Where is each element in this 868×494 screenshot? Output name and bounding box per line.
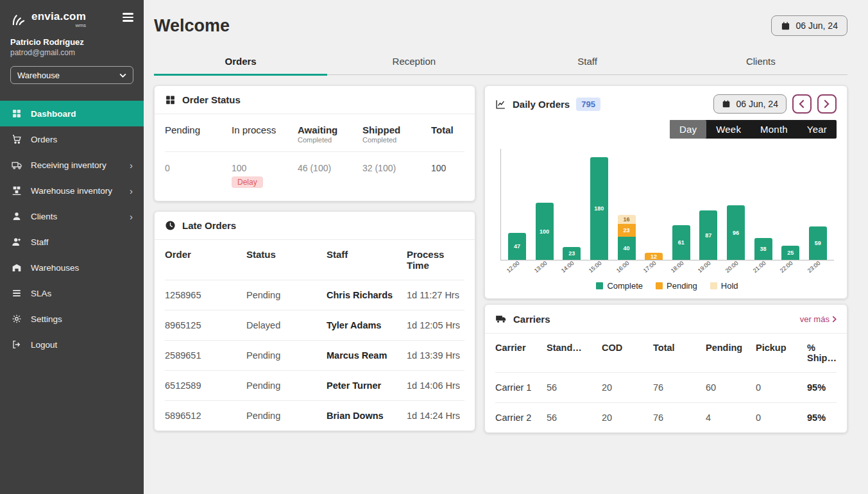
sidebar-item-dashboard[interactable]: Dashboard (0, 101, 144, 126)
chart-prev-button[interactable] (792, 94, 812, 114)
brand-name: envia.com (31, 10, 86, 23)
bar-complete[interactable]: 38 (754, 238, 772, 260)
boxes-icon (165, 94, 176, 105)
process-time: 1d 11:27 Hrs (407, 280, 464, 310)
carrier-ship-pct: 95% (807, 402, 837, 432)
main-tabs: Orders Reception Staff Clients (154, 50, 847, 75)
chevron-right-icon: › (130, 211, 133, 222)
cart-icon (11, 134, 22, 144)
chart-date-picker-button[interactable]: 06 Jun, 24 (713, 94, 787, 114)
pallet-icon (11, 185, 22, 196)
sidebar-item-clients[interactable]: Clients › (0, 203, 144, 229)
legend-item-pending: Pending (656, 281, 697, 291)
bar-complete[interactable]: 96 (727, 205, 745, 260)
chevron-right-icon (832, 316, 837, 323)
col-shipped: Shipped Completed (362, 118, 431, 152)
tab-staff[interactable]: Staff (500, 50, 674, 74)
carrier-cod: 20 (602, 402, 653, 432)
user-email: patrod@gmail.com (10, 48, 133, 57)
tab-orders[interactable]: Orders (154, 50, 327, 74)
staff-name: Marcus Ream (327, 340, 407, 370)
sidebar-item-receiving-inventory[interactable]: Receiving inventory › (0, 152, 144, 178)
bar-complete[interactable]: 59 (809, 226, 827, 260)
process-time: 1d 14:24 Hrs (407, 400, 464, 430)
chart-icon (495, 99, 506, 110)
header-date-picker-button[interactable]: 06 Jun, 24 (771, 15, 847, 36)
chart-next-button[interactable] (817, 94, 837, 114)
order-status-in-process-value: 100 (232, 163, 298, 173)
col-awaiting: Awaiting Completed (298, 118, 362, 152)
sidebar-item-warehouse-inventory[interactable]: Warehouse inventory › (0, 178, 144, 203)
bar-group-20:00: 9620:00 (726, 205, 745, 260)
order-number: 6512589 (165, 370, 246, 400)
warehouse-select[interactable]: Warehouse (10, 66, 133, 84)
late-orders-title: Late Orders (182, 220, 236, 231)
sidebar-item-logout[interactable]: Logout (0, 332, 144, 357)
legend-swatch (656, 282, 663, 289)
sidebar-item-warehouses[interactable]: Warehouses (0, 255, 144, 280)
bar-pending[interactable]: 23 (618, 224, 636, 237)
tab-reception[interactable]: Reception (327, 50, 500, 74)
bar-complete[interactable]: 47 (508, 233, 526, 260)
list-icon (11, 288, 22, 298)
late-orders-col-staff: Staff (327, 240, 407, 280)
sidebar-item-label: Staff (31, 237, 49, 247)
carriers-title: Carriers (513, 314, 550, 325)
sidebar-item-orders[interactable]: Orders (0, 126, 144, 152)
bar-pending[interactable]: 12 (645, 253, 663, 260)
col-awaiting-sub: Completed (298, 136, 362, 144)
bar-complete[interactable]: 87 (699, 210, 717, 260)
bar-group-19:00: 8719:00 (699, 210, 718, 260)
chart-date-value: 06 Jun, 24 (736, 99, 778, 109)
clock-icon (165, 220, 176, 231)
range-tab-year[interactable]: Year (797, 120, 837, 139)
order-status-pending-value: 0 (165, 152, 232, 201)
calendar-icon (781, 21, 790, 31)
sidebar-item-settings[interactable]: Settings (0, 306, 144, 332)
carrier-pickup: 0 (756, 372, 807, 402)
bar-group-16:00: 40231616:00 (617, 215, 636, 260)
bar-complete[interactable]: 100 (536, 203, 554, 260)
sidebar-item-label: SLAs (31, 289, 51, 298)
daily-orders-plot: 4712:0010013:002314:0018015:0040231616:0… (500, 149, 834, 260)
sidebar-item-label: Clients (31, 212, 57, 221)
sidebar-item-label: Logout (31, 340, 57, 350)
delay-badge: Delay (232, 176, 263, 188)
person-add-icon (11, 237, 22, 247)
bar-complete[interactable]: 25 (781, 246, 799, 260)
page-title: Welcome (154, 16, 230, 36)
col-in-process: In process (232, 118, 298, 152)
bar-complete[interactable]: 61 (672, 225, 690, 260)
bar-group-18:00: 6118:00 (672, 225, 691, 260)
calendar-icon (722, 99, 731, 108)
legend-item-hold: Hold (710, 281, 738, 291)
staff-name: Chris Richards (327, 280, 407, 310)
carrier-pending: 4 (706, 402, 756, 432)
bar-group-22:00: 2522:00 (781, 246, 800, 260)
tab-clients[interactable]: Clients (674, 50, 847, 74)
bar-complete[interactable]: 180 (590, 157, 608, 260)
bar-group-21:00: 3821:00 (754, 238, 773, 260)
carrier-total: 76 (653, 372, 706, 402)
bar-complete[interactable]: 40 (618, 237, 636, 260)
range-tab-day[interactable]: Day (670, 120, 706, 139)
person-icon (11, 211, 22, 221)
sidebar-item-staff[interactable]: Staff (0, 229, 144, 255)
carrier-standard: 56 (547, 402, 602, 432)
order-number: 2589651 (165, 340, 246, 370)
late-orders-col-status: Status (246, 240, 327, 280)
bar-hold[interactable]: 16 (618, 215, 636, 224)
process-time: 1d 14:06 Hrs (407, 370, 464, 400)
order-status-in-process-cell: 100 Delay (232, 152, 298, 201)
bar-group-13:00: 10013:00 (535, 203, 554, 260)
range-tab-month[interactable]: Month (751, 120, 797, 139)
sidebar-item-slas[interactable]: SLAs (0, 280, 144, 306)
range-tab-week[interactable]: Week (706, 120, 751, 139)
sidebar-item-label: Dashboard (31, 109, 76, 119)
envia-logo[interactable]: envia.com wms (10, 10, 86, 28)
process-time: 1d 13:39 Hrs (407, 340, 464, 370)
bar-complete[interactable]: 23 (563, 247, 581, 260)
hamburger-menu-icon[interactable] (123, 10, 133, 22)
carrier-standard: 56 (547, 372, 602, 402)
ver-mas-link[interactable]: ver más (800, 314, 837, 324)
